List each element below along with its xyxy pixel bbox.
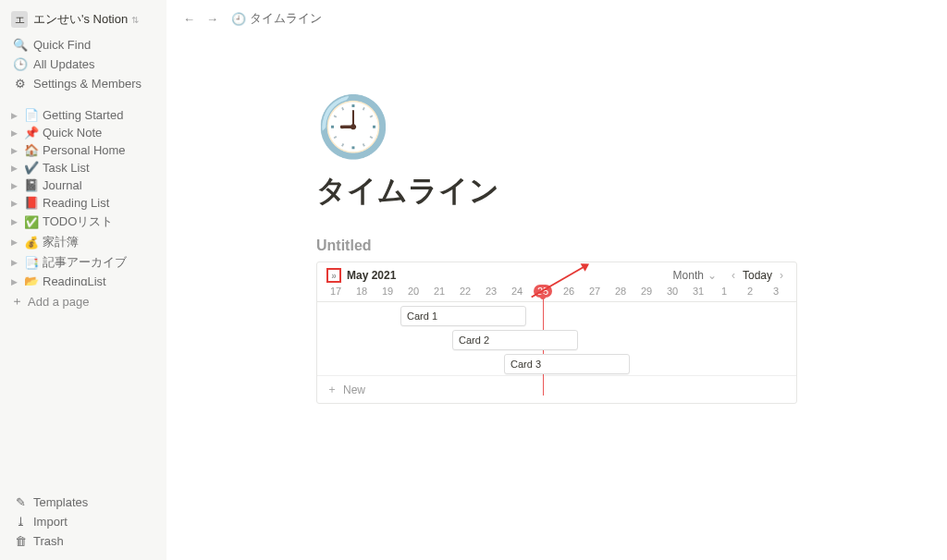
page-label: Personal Home — [43, 143, 126, 157]
gear-icon: ⚙ — [13, 77, 28, 91]
updown-icon: ⇅ — [131, 15, 139, 25]
timeline-month-label: May 2021 — [347, 269, 396, 282]
plus-icon: ＋ — [326, 382, 338, 397]
nav-back-button[interactable]: ← — [178, 10, 201, 28]
sidebar: エ エンせい's Notion ⇅ 🔍 Quick Find 🕒 All Upd… — [0, 0, 166, 560]
settings-members[interactable]: ⚙ Settings & Members — [7, 74, 159, 93]
topbar: ← → 🕘 タイムライン — [166, 0, 947, 37]
disclosure-triangle-icon[interactable]: ▶ — [11, 128, 22, 138]
pages-list: ▶📄Getting Started▶📌Quick Note▶🏠Personal … — [0, 106, 166, 286]
breadcrumb-icon: 🕘 — [231, 12, 246, 26]
trash-icon: 🗑 — [13, 534, 28, 548]
disclosure-triangle-icon[interactable]: ▶ — [11, 181, 22, 190]
timeline-scale-select[interactable]: Month — [673, 269, 704, 282]
disclosure-triangle-icon[interactable]: ▶ — [11, 164, 22, 173]
page-label: TODOリスト — [43, 213, 113, 230]
templates-button[interactable]: ✎ Templates — [7, 493, 159, 512]
sidebar-page-item[interactable]: ▶📓Journal — [4, 177, 163, 194]
page-emoji-icon: 🏠 — [24, 143, 39, 157]
timeline-day: 20 — [400, 285, 426, 298]
breadcrumb-title[interactable]: タイムライン — [250, 10, 322, 27]
disclosure-triangle-icon[interactable]: ▶ — [11, 199, 22, 208]
templates-icon: ✎ — [13, 495, 28, 509]
timeline-day: 28 — [608, 285, 633, 298]
plus-icon: ＋ — [9, 293, 24, 310]
quick-find[interactable]: 🔍 Quick Find — [7, 35, 159, 55]
workspace-switcher[interactable]: エ エンせい's Notion ⇅ — [0, 7, 166, 35]
page-emoji-icon: 📓 — [24, 178, 39, 192]
today-marker-dot — [540, 294, 546, 299]
page-label: Quick Note — [43, 126, 102, 140]
disclosure-triangle-icon[interactable]: ▶ — [11, 258, 22, 267]
timeline-day: 17 — [323, 285, 349, 298]
page-emoji-icon: 📕 — [24, 196, 39, 210]
timeline-day: 24 — [504, 285, 530, 298]
page-label: Getting Started — [43, 108, 123, 122]
timeline-day: 21 — [426, 285, 452, 298]
timeline-card[interactable]: Card 1 — [400, 306, 526, 326]
timeline-next-button[interactable]: › — [776, 269, 787, 282]
timeline-day: 2 — [737, 285, 763, 298]
sidebar-page-item[interactable]: ▶📌Quick Note — [4, 124, 163, 141]
sidebar-page-item[interactable]: ▶✅TODOリスト — [4, 212, 163, 232]
main: ← → 🕘 タイムライン 🕘 タイムライン Untitled » May 202… — [166, 0, 947, 560]
disclosure-triangle-icon[interactable]: ▶ — [11, 146, 22, 155]
chevron-down-icon: ⌄ — [707, 269, 717, 282]
workspace-icon: エ — [11, 11, 28, 28]
timeline-prev-button[interactable]: ‹ — [728, 269, 739, 282]
timeline-day: 26 — [556, 285, 582, 298]
page-emoji-icon: 💰 — [24, 236, 39, 250]
timeline-dates-row: 171819202122232425262728293031123 — [317, 285, 796, 302]
sidebar-page-item[interactable]: ▶📂ReadingList — [4, 273, 163, 286]
timeline-new-row[interactable]: ＋ New — [317, 376, 796, 403]
sidebar-page-item[interactable]: ▶📕Reading List — [4, 194, 163, 212]
page-title[interactable]: タイムライン — [316, 171, 797, 212]
timeline-body[interactable]: Card 1Card 2Card 3 — [317, 302, 796, 376]
nav-forward-button[interactable]: → — [201, 10, 224, 28]
sidebar-page-item[interactable]: ▶📑記事アーカイブ — [4, 252, 163, 273]
page-emoji-icon: 📄 — [24, 108, 39, 122]
timeline-day: 3 — [763, 285, 789, 298]
timeline-day: 22 — [452, 285, 478, 298]
timeline-day: 19 — [375, 285, 400, 298]
disclosure-triangle-icon[interactable]: ▶ — [11, 277, 22, 286]
timeline-day: 30 — [659, 285, 685, 298]
import-button[interactable]: ⤓ Import — [7, 512, 159, 531]
add-page-button[interactable]: ＋ Add a page — [0, 289, 166, 313]
sidebar-page-item[interactable]: ▶📄Getting Started — [4, 106, 163, 124]
timeline-day: 18 — [349, 285, 375, 298]
timeline-today-button[interactable]: Today — [739, 269, 776, 282]
timeline-day: 31 — [685, 285, 711, 298]
disclosure-triangle-icon[interactable]: ▶ — [11, 217, 22, 226]
sidebar-page-item[interactable]: ▶✔️Task List — [4, 159, 163, 177]
clock-icon: 🕒 — [13, 57, 28, 71]
trash-button[interactable]: 🗑 Trash — [7, 531, 159, 551]
disclosure-triangle-icon[interactable]: ▶ — [11, 237, 22, 247]
download-icon: ⤓ — [13, 515, 28, 529]
page-label: Task List — [43, 161, 90, 175]
all-updates[interactable]: 🕒 All Updates — [7, 55, 159, 74]
page-icon[interactable]: 🕘 — [316, 92, 797, 162]
sidebar-page-item[interactable]: ▶🏠Personal Home — [4, 141, 163, 159]
page-label: Reading List — [43, 196, 109, 210]
timeline-day: 23 — [478, 285, 504, 298]
page-label: ReadingList — [43, 274, 106, 286]
page-emoji-icon: 📑 — [24, 256, 39, 270]
page-label: 記事アーカイブ — [43, 254, 127, 271]
sidebar-page-item[interactable]: ▶💰家計簿 — [4, 232, 163, 252]
page-emoji-icon: 📌 — [24, 126, 39, 140]
page-emoji-icon: ✅ — [24, 215, 39, 229]
database-title[interactable]: Untitled — [316, 237, 797, 254]
page-emoji-icon: 📂 — [24, 274, 39, 286]
timeline-day: 29 — [633, 285, 659, 298]
disclosure-triangle-icon[interactable]: ▶ — [11, 111, 22, 120]
timeline-day: 1 — [711, 285, 737, 298]
page-label: Journal — [43, 178, 82, 192]
page-emoji-icon: ✔️ — [24, 161, 39, 175]
expand-sidebar-button[interactable]: » — [326, 268, 341, 283]
timeline-card[interactable]: Card 2 — [452, 330, 578, 350]
search-icon: 🔍 — [13, 38, 28, 52]
timeline-card[interactable]: Card 3 — [504, 354, 630, 374]
workspace-name: エンせい's Notion — [33, 11, 128, 28]
page-label: 家計簿 — [43, 234, 79, 250]
